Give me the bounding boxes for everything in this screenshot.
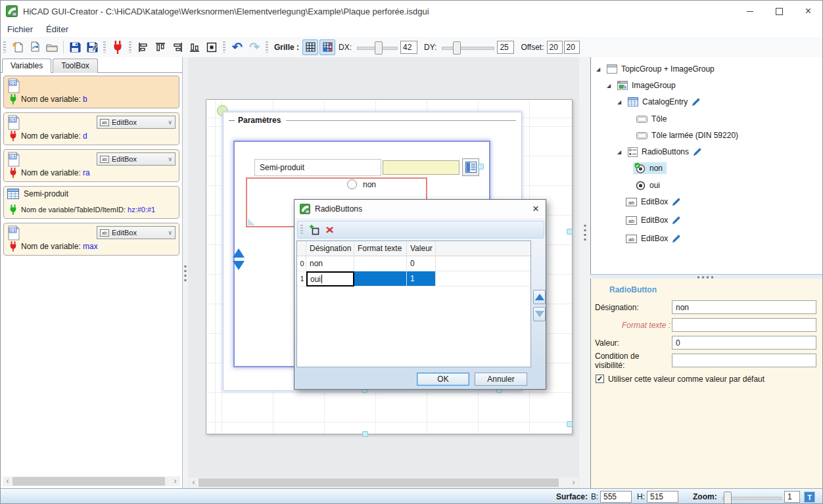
cell-designation[interactable]: non — [306, 256, 354, 271]
scroll-left-icon[interactable]: ‹ — [189, 478, 199, 488]
scrollbar-thumb[interactable] — [12, 477, 165, 486]
cell-format[interactable] — [354, 256, 407, 271]
variable-card-semi-produit[interactable]: Semi-produit Nom de variable/TableID/Ite… — [3, 186, 179, 219]
dy-slider[interactable] — [442, 41, 494, 53]
cell-valeur[interactable]: 0 — [407, 256, 436, 271]
semi-produit-field[interactable]: Semi-produit — [254, 159, 381, 176]
scroll-right-icon[interactable]: › — [569, 478, 578, 488]
catalog-browse-button[interactable] — [462, 158, 479, 176]
surface-b-field[interactable]: 555 — [600, 491, 632, 503]
tree-item-non[interactable]: non — [633, 162, 667, 175]
dialog-title-bar[interactable]: RadioButtons × — [294, 200, 546, 218]
offset-x-field[interactable]: 20 — [547, 41, 563, 54]
default-value-checkbox[interactable]: ✓ — [596, 375, 604, 383]
control-type-select[interactable]: ab EditBox ∨ — [97, 226, 176, 239]
edit-pencil-icon[interactable] — [693, 147, 702, 156]
table-row[interactable]: 0 non 0 — [297, 256, 530, 271]
left-splitter[interactable] — [183, 57, 188, 488]
edit-pencil-icon[interactable] — [672, 234, 681, 243]
column-header-designation[interactable]: Désignation — [306, 241, 354, 256]
tree-item-topicgroup[interactable]: ◢ TopicGroup + ImageGroup — [596, 62, 715, 76]
menu-editer[interactable]: Éditer — [39, 22, 75, 36]
selection-handle[interactable] — [362, 431, 368, 437]
expander-icon[interactable]: ◢ — [596, 66, 603, 72]
undo-button[interactable]: ↶ — [229, 39, 245, 55]
cancel-button[interactable]: Annuler — [475, 373, 527, 386]
save-button[interactable] — [67, 39, 83, 55]
offset-y-field[interactable]: 20 — [564, 41, 580, 54]
tree-item-editbox[interactable]: ab EditBox — [626, 195, 681, 208]
control-type-select[interactable]: ab EditBox ∨ — [97, 152, 176, 166]
new-file-button[interactable] — [10, 39, 26, 55]
semi-produit-input[interactable] — [383, 160, 459, 175]
variable-card-b[interactable]: 0.5 Nom de variable: b — [3, 76, 179, 108]
left-panel-hscrollbar[interactable]: ‹ › — [3, 476, 180, 486]
tree-item-radiobuttons[interactable]: ◢ RadioButtons — [617, 145, 702, 158]
align-right-button[interactable] — [170, 39, 185, 55]
ok-button[interactable]: OK — [417, 373, 469, 386]
selected-tree-item[interactable]: non — [633, 162, 667, 174]
close-button[interactable]: × — [793, 1, 823, 22]
expander-icon[interactable]: ◢ — [607, 83, 613, 89]
grid-snap-toggle-button[interactable] — [319, 39, 335, 55]
tab-toolbox[interactable]: ToolBox — [53, 58, 98, 73]
selection-handle[interactable] — [567, 229, 573, 235]
column-header-valeur[interactable]: Valeur — [407, 241, 436, 256]
tree-item-editbox[interactable]: ab EditBox — [626, 214, 681, 227]
dy-value-field[interactable]: 25 — [497, 41, 514, 54]
dy-slider-thumb[interactable] — [453, 41, 461, 55]
zoom-slider[interactable] — [722, 492, 782, 503]
cell-format[interactable] — [354, 271, 407, 286]
scroll-left-icon[interactable]: ‹ — [3, 476, 12, 486]
condition-input[interactable] — [672, 354, 816, 367]
expander-icon[interactable]: ◢ — [617, 99, 624, 105]
designation-input[interactable]: non — [672, 300, 816, 314]
variable-card-d[interactable]: 0.5 ab EditBox ∨ Nom de variable: d — [3, 112, 179, 145]
edit-pencil-icon[interactable] — [692, 97, 701, 106]
tree-item-tole-larmee[interactable]: Tôle larmée (DIN 59220) — [636, 129, 738, 142]
tree-item-oui[interactable]: oui — [636, 179, 660, 192]
resize-corner-marker[interactable] — [248, 218, 255, 225]
cell-valeur[interactable]: 1 — [407, 271, 436, 286]
edit-pencil-icon[interactable] — [672, 197, 681, 206]
canvas-hscrollbar[interactable]: ‹ › — [189, 478, 578, 488]
align-left-button[interactable] — [135, 39, 151, 55]
resize-fit-button[interactable] — [204, 39, 220, 55]
folder-button[interactable] — [44, 39, 60, 55]
move-row-up-button[interactable] — [533, 290, 546, 304]
menu-fichier[interactable]: Fichier — [1, 22, 39, 36]
table-row[interactable]: 1 oui 1 — [297, 271, 530, 286]
scrollbar-thumb[interactable] — [199, 478, 559, 487]
align-top-button[interactable] — [153, 39, 168, 55]
tree-item-editbox[interactable]: ab EditBox — [626, 232, 681, 245]
column-header-format[interactable]: Format texte — [354, 241, 407, 256]
pin-variable-button[interactable] — [110, 39, 126, 55]
zoom-slider-thumb[interactable] — [724, 492, 732, 504]
redo-button[interactable]: ↷ — [247, 39, 262, 55]
design-canvas[interactable]: Paramètres Semi-produit non — [188, 57, 579, 488]
delete-row-icon[interactable]: × — [325, 223, 334, 236]
tab-variables[interactable]: Variables — [2, 58, 51, 73]
text-mode-button[interactable]: T — [804, 492, 815, 503]
scroll-right-icon[interactable]: › — [170, 476, 180, 486]
minimize-button[interactable] — [735, 1, 764, 22]
maximize-button[interactable] — [764, 1, 794, 22]
tree-item-tole[interactable]: Tôle — [636, 112, 667, 126]
expander-icon[interactable]: ◢ — [617, 149, 624, 155]
move-row-down-button[interactable] — [533, 307, 546, 321]
align-bottom-button[interactable] — [187, 39, 202, 55]
add-row-button[interactable] — [309, 224, 321, 236]
cell-designation-editing[interactable]: oui — [306, 271, 354, 286]
edit-pencil-icon[interactable] — [672, 216, 681, 225]
surface-h-field[interactable]: 515 — [647, 491, 678, 503]
selection-handle[interactable] — [567, 421, 573, 427]
zoom-value-field[interactable]: 1 — [784, 491, 800, 503]
reload-file-button[interactable] — [27, 39, 43, 55]
dx-value-field[interactable]: 42 — [400, 41, 417, 54]
format-texte-input[interactable] — [672, 318, 816, 332]
save-as-button[interactable] — [84, 39, 100, 55]
radio-circle-icon[interactable] — [347, 179, 357, 189]
dialog-close-icon[interactable]: × — [532, 202, 539, 216]
radio-option-non[interactable]: non — [347, 179, 376, 189]
dx-slider-thumb[interactable] — [375, 41, 383, 55]
